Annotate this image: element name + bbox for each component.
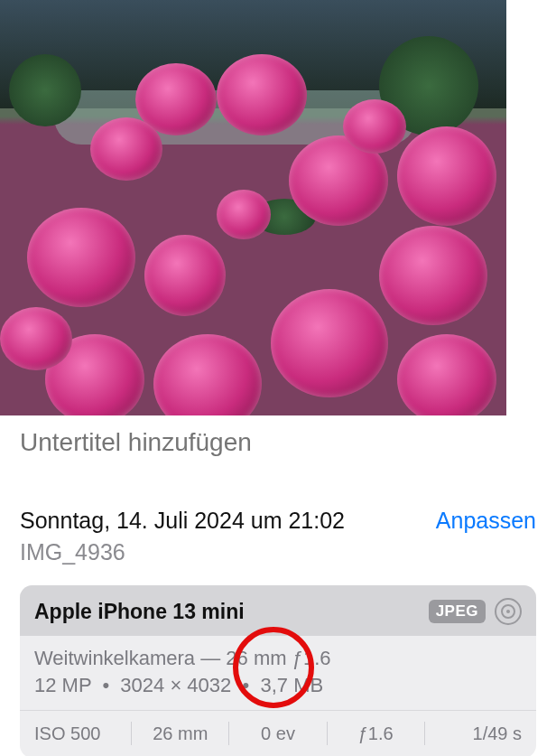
photo-filename: IMG_4936 xyxy=(20,539,536,565)
ev-value: 0 ev xyxy=(261,723,295,744)
focal-value: 26 mm xyxy=(153,723,208,744)
info-card: Sonntag, 14. Juli 2024 um 21:02 Anpassen… xyxy=(0,488,556,756)
photo-date: Sonntag, 14. Juli 2024 um 21:02 xyxy=(20,508,345,534)
iso-value: ISO 500 xyxy=(34,723,100,744)
lens-info: Weitwinkelkamera — 26 mm ƒ1.6 xyxy=(34,647,522,670)
megapixels: 12 MP xyxy=(34,674,91,696)
aperture-value: ƒ1.6 xyxy=(358,723,394,744)
caption-input[interactable] xyxy=(20,428,486,457)
shutter-value: 1/49 s xyxy=(473,723,522,744)
format-badge: JPEG xyxy=(429,600,486,623)
adjust-button[interactable]: Anpassen xyxy=(436,508,536,534)
photo-specs: 12 MP • 3024 × 4032 • 3,7 MB xyxy=(34,674,522,697)
lens-icon xyxy=(495,598,522,625)
exif-card: Apple iPhone 13 mini JPEG Weitwinkelkame… xyxy=(20,585,536,756)
photo-preview[interactable] xyxy=(0,0,506,415)
filesize: 3,7 MB xyxy=(260,674,323,696)
exif-footer: ISO 500 26 mm 0 ev ƒ1.6 1/49 s xyxy=(20,711,536,756)
dimensions: 3024 × 4032 xyxy=(120,674,231,696)
caption-area xyxy=(0,415,506,479)
device-name: Apple iPhone 13 mini xyxy=(34,600,245,624)
